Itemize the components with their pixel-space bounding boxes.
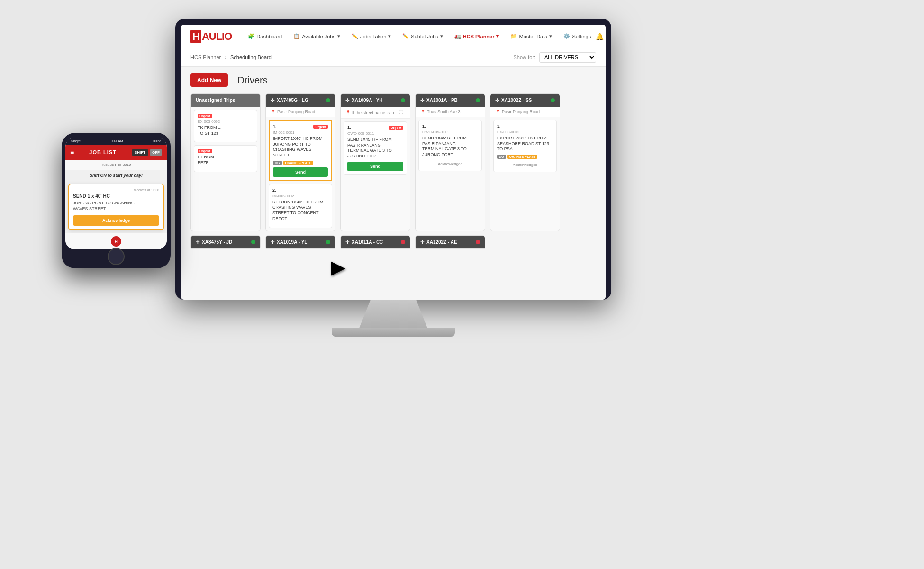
location-text: Pasir Panjang Road bbox=[277, 110, 315, 114]
location-icon: 📍 bbox=[271, 110, 276, 114]
urgent-badge: Urgent bbox=[198, 114, 212, 118]
col-xa1202z: ✛ XA1202Z - AE bbox=[415, 235, 485, 249]
breadcrumb-current: Scheduling Board bbox=[230, 55, 272, 60]
card-desc-im002: IMPORT 1X40' HC FROM JURONG PORT TO CRAS… bbox=[273, 136, 328, 158]
send-button-1[interactable]: Send bbox=[273, 167, 328, 177]
card-top-2: Urgent bbox=[198, 149, 254, 153]
col-xa7485g-title: ✛ XA7485G - LG bbox=[271, 98, 308, 103]
chevron-down-icon-5: ▾ bbox=[549, 33, 552, 39]
notif-body: JURONG PORT TO CRASHING WAVES STREET bbox=[73, 201, 159, 211]
master-data-icon: 📁 bbox=[510, 33, 517, 39]
col-xa1009a: ✛ XA1009A - YH 📍 If the street name is l… bbox=[340, 93, 410, 231]
location-text-3: Tuas South Ave 3 bbox=[427, 110, 461, 114]
card-num-4: 1. bbox=[422, 124, 426, 128]
drag-icon-8: ✛ bbox=[420, 239, 424, 245]
drag-icon-4: ✛ bbox=[495, 98, 499, 103]
nav-jobs-taken-label: Jobs Taken bbox=[360, 34, 386, 39]
dashboard-icon: 🧩 bbox=[248, 33, 254, 39]
breadcrumb-separator: › bbox=[225, 55, 228, 60]
main-content: Add New Drivers Unassigned Trips bbox=[181, 67, 606, 256]
nav-settings-label: Settings bbox=[572, 34, 591, 39]
add-new-button[interactable]: Add New bbox=[190, 73, 228, 87]
shift-state[interactable]: OFF bbox=[150, 149, 162, 156]
phone-status-bar: Singtel 9:41 AM 100% bbox=[65, 138, 167, 145]
drag-icon-7: ✛ bbox=[345, 239, 349, 245]
card-id-im002: IM-002-0001 bbox=[273, 130, 328, 135]
time-label: 9:41 AM bbox=[111, 139, 123, 143]
acknowledge-button[interactable]: Acknowledge bbox=[73, 215, 159, 226]
col-xa1011a-title: ✛ XA1011A - CC bbox=[345, 239, 383, 245]
col-xa1001a: ✛ XA1001A - PB 📍 Tuas South Ave 3 1. bbox=[415, 93, 485, 231]
col-unassigned: Unassigned Trips Urgent EX-003-0002 TK F… bbox=[190, 93, 261, 231]
card-num-2: 2. bbox=[272, 188, 276, 193]
home-button[interactable] bbox=[108, 248, 125, 265]
trip-card-im002-0002: 2. IM-002-0002 RETURN 1X40' HC FROM CRAS… bbox=[269, 184, 332, 228]
monitor-stand bbox=[355, 300, 431, 328]
col-xa8475y-label: XA8475Y - JD bbox=[202, 239, 232, 245]
card-num-5: 1. bbox=[497, 124, 501, 128]
card-desc-owo-pb: SEND 1X45' RF FROM PASIR PANJANG TERMINA… bbox=[422, 136, 478, 158]
nav-hcs-planner[interactable]: 🚛 HCS Planner ▾ bbox=[450, 30, 504, 42]
card-id-owo-pb: OWO-009-0011 bbox=[422, 130, 478, 134]
phone-notification-card: Received at 10:38 SEND 1 x 40' HC JURONG… bbox=[68, 184, 164, 230]
date-label: Tue, 26 Feb 2019 bbox=[101, 163, 131, 167]
trip-card-owo009: 1. Urgent OWO-009-0011 SEND 1X45' RF FRO… bbox=[344, 121, 407, 175]
breadcrumb-parent[interactable]: HCS Planner bbox=[190, 55, 221, 60]
col-xa1002z-label: XA1002Z - SS bbox=[501, 98, 532, 103]
card-top-4: 2. bbox=[272, 188, 328, 193]
show-for-label: Show for: bbox=[514, 55, 535, 60]
status-dot-bot-4 bbox=[476, 240, 480, 244]
info-icon: ⓘ bbox=[399, 110, 403, 116]
nav-right: 🔔 👤 bbox=[596, 33, 606, 40]
location-text-4: Pasir Panjang Road bbox=[502, 110, 540, 114]
drag-icon-2: ✛ bbox=[345, 98, 349, 103]
carrier-label: Singtel bbox=[71, 139, 81, 143]
page-header: Add New Drivers bbox=[190, 73, 596, 87]
drivers-filter-select[interactable]: ALL DRIVERS bbox=[539, 52, 596, 63]
nav-master-data[interactable]: 📁 Master Data ▾ bbox=[506, 30, 557, 42]
status-dot-green-3 bbox=[476, 98, 480, 102]
bell-icon[interactable]: 🔔 bbox=[596, 33, 604, 40]
card-id-ex003-ss: EX-003-0002 bbox=[497, 130, 553, 134]
monitor-screen-outer: HAULIO 🧩 Dashboard 📋 Available Jobs ▾ ✏️ bbox=[175, 19, 611, 300]
hamburger-icon[interactable]: ≡ bbox=[70, 148, 74, 156]
urgent-badge-3: Urgent bbox=[313, 125, 328, 129]
col-xa1002z: ✛ XA1002Z - SS 📍 Pasir Panjang Road 1. bbox=[490, 93, 560, 231]
nav-settings[interactable]: ⚙️ Settings bbox=[559, 30, 596, 42]
card-desc-im002-2: RETURN 1X40' HC FROM CRASHING WAVES STRE… bbox=[272, 200, 328, 222]
orange-plate-tag-2: ORANGE-PLATE bbox=[507, 155, 537, 159]
col-xa1009a-header: ✛ XA1009A - YH bbox=[341, 94, 410, 107]
available-jobs-icon: 📋 bbox=[293, 33, 300, 39]
nav-sublet-jobs[interactable]: ✏️ Sublet Jobs ▾ bbox=[398, 30, 447, 42]
col-location: 📍 Pasir Panjang Road bbox=[266, 107, 335, 117]
trip-card-owo009-pb: 1. OWO-009-0011 SEND 1X45' RF FROM PASIR… bbox=[418, 120, 482, 171]
nav-dashboard-label: Dashboard bbox=[256, 34, 282, 39]
breadcrumb: HCS Planner › Scheduling Board Show for:… bbox=[181, 48, 606, 67]
breadcrumb-path: HCS Planner › Scheduling Board bbox=[190, 55, 272, 60]
urgent-badge-4: Urgent bbox=[389, 126, 403, 130]
col-xa1011a: ✛ XA1011A - CC bbox=[340, 235, 410, 249]
col-xa1009a-title: ✛ XA1009A - YH bbox=[345, 98, 383, 103]
nav-logo: HAULIO bbox=[190, 30, 232, 43]
col-xa1011a-label: XA1011A - CC bbox=[352, 239, 383, 245]
col-xa7485g: ✛ XA7485G - LG 📍 Pasir Panjang Road 1. bbox=[265, 93, 335, 231]
card-top-7: 1. bbox=[497, 124, 553, 128]
send-button-2[interactable]: Send bbox=[347, 162, 403, 171]
col-xa1001a-label: XA1001A - PB bbox=[426, 98, 458, 103]
phone-date-row: Tue, 26 Feb 2019 bbox=[65, 160, 167, 170]
drag-icon-3: ✛ bbox=[420, 98, 424, 103]
col-xa1019a: ✛ XA1019A - YL bbox=[265, 235, 335, 249]
nav-jobs-taken[interactable]: ✏️ Jobs Taken ▾ bbox=[347, 30, 396, 42]
col-location-4: 📍 Pasir Panjang Road bbox=[490, 107, 560, 117]
col-location-2: 📍 If the street name is lo... ⓘ bbox=[341, 107, 410, 119]
col-xa8475y-header: ✛ XA8475Y - JD bbox=[191, 236, 260, 249]
nav-available-jobs[interactable]: 📋 Available Jobs ▾ bbox=[289, 30, 345, 42]
phone-header-title: JOB LIST bbox=[89, 149, 117, 155]
scheduling-board: Unassigned Trips Urgent EX-003-0002 TK F… bbox=[190, 93, 596, 231]
battery-label: 100% bbox=[153, 139, 161, 143]
nav-dashboard[interactable]: 🧩 Dashboard bbox=[243, 30, 287, 42]
col-xa1019a-title: ✛ XA1019A - YL bbox=[271, 239, 307, 245]
urgent-badge-2: Urgent bbox=[198, 149, 212, 153]
card-num-3: 1. bbox=[347, 125, 351, 130]
notif-body-line2: WAVES STREET bbox=[73, 206, 106, 211]
